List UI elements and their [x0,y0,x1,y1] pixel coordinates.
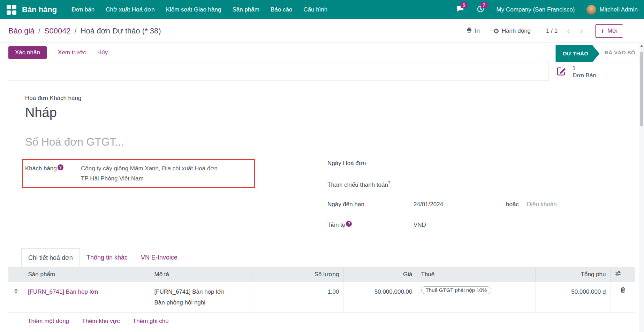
add-note-link[interactable]: Thêm ghi chú [133,318,169,325]
plus-icon: + [601,28,605,34]
form-sheet: 1 Đơn Bán Hoá đơn Khách hàng Nháp Số Hoá… [0,62,644,330]
column-header-price[interactable]: Giá [343,267,417,282]
delete-line-cell [610,282,635,312]
tax-tag[interactable]: Thuế GTGT phải nộp 10% [421,286,492,294]
breadcrumb-separator: / [75,26,77,36]
state-posted-label[interactable]: ĐÃ VÀO SỔ [605,49,635,55]
odoo-sales-invoice-page: { "colors": { "navbar_teal": "#008784", … [0,0,644,332]
scroll-up-arrow-icon[interactable] [640,45,643,47]
currency-label: Tiền tệ? [327,222,414,229]
preview-button[interactable]: Xem trước [58,49,86,56]
app-name-ban-hang[interactable]: Bán hàng [22,5,57,14]
trash-icon [620,289,626,294]
due-date-label: Ngày đến hạn [327,201,414,208]
column-header-description[interactable]: Mô tả [150,267,251,282]
activities-button[interactable]: 7 [476,6,485,14]
nav-item-san-pham[interactable]: Sản phẩm [227,0,265,19]
help-badge-icon: ? [58,164,63,170]
nav-item-don-ban[interactable]: Đơn bán [66,0,100,19]
subtotal-cell: 50.000.000 đ [535,282,610,312]
add-line-link[interactable]: Thêm một dòng [28,318,69,325]
breadcrumb-sale-order[interactable]: S00042 [44,26,71,36]
column-header-product[interactable]: Sản phẩm [24,267,150,282]
currency-field[interactable]: VND [414,222,426,229]
invoice-number-field[interactable]: Số Hoá đơn GTGT... [25,134,635,149]
control-panel: Báo giá / S00042 / Hoá đơn Dự thảo (* 38… [0,19,644,43]
product-cell: [FURN_6741] Bàn họp lớn [24,282,150,312]
add-section-link[interactable]: Thêm khu vực [82,318,120,325]
optional-columns-button[interactable] [610,267,635,282]
product-link[interactable]: [FURN_6741] Bàn họp lớn [28,288,98,295]
document-name: Nháp [25,105,635,121]
sliders-icon [615,272,621,278]
nav-item-cau-hinh[interactable]: Cấu hình [298,0,333,19]
pager-counter: 1 / 1 [546,28,558,34]
cancel-button[interactable]: Hủy [97,49,108,56]
line-footer-links: Thêm một dòng Thêm khu vực Thêm ghi chú [8,312,635,330]
tab-vn-e-invoice[interactable]: VN E-Invoice [134,248,184,267]
price-cell[interactable]: 50.000.000,00 [343,282,417,312]
invoice-date-label: Ngày Hoá đơn [327,160,414,167]
invoice-lines-table: Sản phẩm Mô tả Số lượng Giá Thuế Tổng ph… [8,267,635,312]
right-field-column: Ngày Hoá đơn Tham chiếu thanh toán? Ngày… [327,159,557,242]
customer-value[interactable]: Công ty cây giống Mầm Xanh, Địa chỉ xuất… [81,163,218,184]
action-menu-button[interactable]: ⚙ Hành động [493,28,531,34]
delete-line-button[interactable] [620,286,626,294]
company-switcher[interactable]: My Company (San Francisco) [497,6,575,13]
nav-item-cho-xuat-hoa-don[interactable]: Chờ xuất Hoá đơn [100,0,160,19]
breadcrumb: Báo giá / S00042 / Hoá đơn Dự thảo (* 38… [8,26,161,36]
payment-ref-row: Tham chiếu thanh toán? [327,180,557,192]
messages-button[interactable]: 5 [456,6,464,14]
customer-label: Khách hàng? [25,163,81,184]
help-badge-icon: ? [346,221,352,227]
pager-next-button[interactable]: › [579,26,583,36]
currency-symbol: đ [603,288,606,295]
help-superscript: ? [388,180,391,185]
table-header-row: Sản phẩm Mô tả Số lượng Giá Thuế Tổng ph… [8,267,635,282]
stat-count: 1 [573,64,596,72]
column-header-subtotal[interactable]: Tổng phụ [535,267,610,282]
print-button[interactable]: In [466,27,480,35]
invoice-line-row: [FURN_6741] Bàn họp lớn [FURN_6741] Bàn … [8,282,635,312]
printer-icon [466,27,472,35]
user-menu[interactable]: Mitchell Admin [586,5,638,15]
document-type-label: Hoá đơn Khách hàng [25,81,635,102]
pager-previous-button[interactable]: ‹ [567,26,570,36]
user-name: Mitchell Admin [599,6,638,13]
breadcrumb-quotations[interactable]: Báo giá [8,26,35,36]
status-bar: Xác nhận Xem trước Hủy DỰ THẢO ĐÃ VÀO SỔ [0,43,644,62]
messages-badge: 5 [461,2,467,8]
notebook-tabs: Chi tiết hoá đơn Thông tin khác VN E-Inv… [0,248,644,267]
drag-handle[interactable] [8,282,24,312]
state-draft-pill[interactable]: DỰ THẢO [555,45,599,62]
nav-item-kiem-soat-giao-hang[interactable]: Kiểm soát Giao hàng [160,0,227,19]
scrollbar-thumb[interactable] [640,52,643,126]
stat-label: Đơn Bán [573,72,596,79]
tab-invoice-lines[interactable]: Chi tiết hoá đơn [21,248,80,267]
button-box: 1 Đơn Bán [8,62,635,81]
user-avatar [586,5,596,15]
currency-row: Tiền tệ? VND [327,222,557,233]
sale-orders-stat-button[interactable]: 1 Đơn Bán [548,62,635,81]
activities-badge: 7 [481,2,487,8]
due-date-row: Ngày đến hạn 24/01/2024 hoặc Điều khoản [327,201,557,213]
vertical-scrollbar [639,43,644,332]
nav-item-bao-cao[interactable]: Báo cáo [265,0,298,19]
customer-field-highlight: Khách hàng? Công ty cây giống Mầm Xanh, … [22,159,255,188]
confirm-button[interactable]: Xác nhận [8,46,47,59]
tax-cell[interactable]: Thuế GTGT phải nộp 10% [417,282,535,312]
tab-other-info[interactable]: Thông tin khác [80,248,134,267]
breadcrumb-separator: / [38,26,40,36]
due-date-field[interactable]: 24/01/2024 [414,201,506,208]
new-button[interactable]: + Mới [595,24,623,38]
description-cell[interactable]: [FURN_6741] Bàn họp lớn Bàn phòng hội ng… [150,282,251,312]
breadcrumb-current: Hoá đơn Dự thảo (* 38) [81,26,161,36]
column-header-tax[interactable]: Thuế [417,267,535,282]
quantity-cell[interactable]: 1,00 [251,282,343,312]
payment-terms-field[interactable]: Điều khoản [527,201,557,208]
column-header-quantity[interactable]: Số lượng [251,267,343,282]
payment-ref-label: Tham chiếu thanh toán? [327,180,414,188]
edit-document-icon [556,66,567,78]
handle-column-header [8,267,24,282]
apps-grid-icon[interactable] [6,4,17,16]
